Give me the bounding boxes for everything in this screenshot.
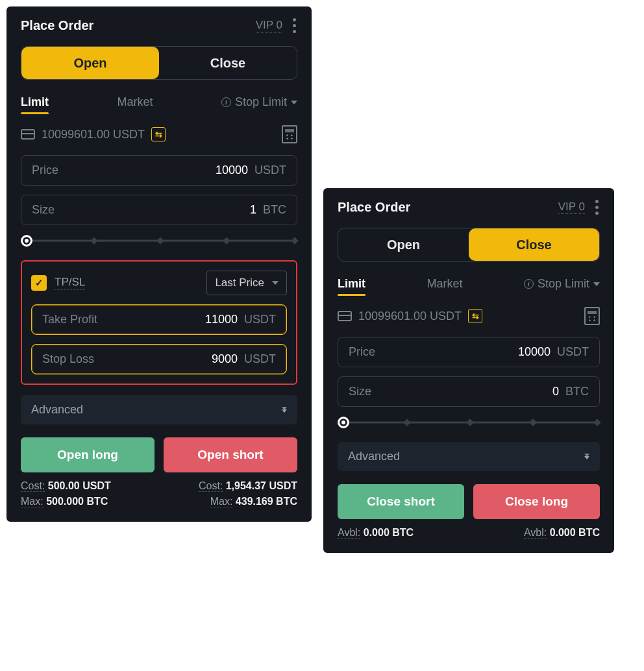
slider-tick <box>403 419 410 426</box>
slider-tick <box>291 237 298 244</box>
wallet-card-icon <box>338 311 352 321</box>
segment-close-button[interactable]: Close <box>159 47 297 79</box>
size-slider[interactable] <box>21 234 297 247</box>
info-icon: i <box>524 279 534 289</box>
tab-market[interactable]: Market <box>117 92 153 113</box>
price-unit: USDT <box>254 164 286 177</box>
action-buttons: Open long Open short <box>21 437 297 472</box>
tp-label: Take Profit <box>42 313 97 326</box>
close-short-button[interactable]: Close short <box>338 484 464 519</box>
vip-link[interactable]: VIP 0 <box>256 19 282 32</box>
slider-tick <box>156 237 164 244</box>
tab-limit[interactable]: Limit <box>21 92 49 113</box>
take-profit-field[interactable]: Take Profit 11000 USDT <box>31 304 287 335</box>
tab-stop-limit[interactable]: i Stop Limit <box>221 95 297 109</box>
slider-handle[interactable] <box>21 235 32 247</box>
info-icon: i <box>221 97 231 107</box>
max-long: 500.000 BTC <box>46 496 108 507</box>
price-field[interactable]: Price 10000 USDT <box>338 337 600 367</box>
expand-icon <box>282 407 287 413</box>
advanced-label: Advanced <box>31 403 83 417</box>
max-label-left: Max: <box>21 496 43 507</box>
close-long-button[interactable]: Close long <box>473 484 600 519</box>
sl-value: 9000 <box>94 352 238 366</box>
avbl-label-left: Avbl: <box>338 527 360 539</box>
max-row: Max: 500.000 BTC Max: 439.169 BTC <box>21 496 297 507</box>
advanced-label: Advanced <box>348 450 400 463</box>
balance-value: 10099601.00 USDT <box>358 310 462 323</box>
balance-row: 10099601.00 USDT ⇆ <box>21 125 297 143</box>
size-label: Size <box>349 385 371 398</box>
sl-unit: USDT <box>244 352 276 366</box>
slider-tick <box>223 237 230 244</box>
stop-loss-field[interactable]: Stop Loss 9000 USDT <box>31 344 287 374</box>
slider-handle[interactable] <box>338 417 349 428</box>
balance-value: 10099601.00 USDT <box>42 128 145 141</box>
vip-link[interactable]: VIP 0 <box>558 201 585 214</box>
calculator-icon[interactable] <box>282 125 297 143</box>
order-panel-open: Place Order VIP 0 Open Close Limit Marke… <box>6 6 312 522</box>
tpsl-checkbox[interactable]: ✓ <box>31 275 47 291</box>
cost-row: Cost: 500.00 USDT Cost: 1,954.37 USDT <box>21 480 297 492</box>
size-unit: BTC <box>263 203 286 217</box>
avbl-long: 0.000 BTC <box>550 527 600 538</box>
tp-value: 11000 <box>97 313 238 326</box>
cost-short: 1,954.37 USDT <box>226 480 297 491</box>
calculator-icon[interactable] <box>584 307 600 325</box>
caret-down-icon <box>291 101 297 104</box>
panel-header: Place Order VIP 0 <box>21 17 297 34</box>
price-value: 10000 <box>58 164 248 177</box>
cost-label-left: Cost: <box>21 480 45 492</box>
tab-market[interactable]: Market <box>427 273 462 295</box>
segment-close-button[interactable]: Close <box>469 228 599 261</box>
open-close-segment: Open Close <box>21 46 297 80</box>
slider-tick <box>529 419 536 426</box>
avbl-label-right: Avbl: <box>524 527 547 539</box>
price-field[interactable]: Price 10000 USDT <box>21 155 297 186</box>
expand-icon <box>584 454 589 459</box>
order-type-tabs: Limit Market i Stop Limit <box>338 273 600 295</box>
panel-header: Place Order VIP 0 <box>338 199 600 216</box>
slider-tick <box>90 237 97 244</box>
sl-label: Stop Loss <box>42 352 94 366</box>
price-unit: USDT <box>557 345 589 359</box>
tp-unit: USDT <box>244 313 276 326</box>
tpsl-label: TP/SL <box>55 276 85 290</box>
vip-area: VIP 0 <box>558 199 600 216</box>
transfer-icon[interactable]: ⇆ <box>151 127 166 141</box>
price-source-value: Last Price <box>215 276 264 289</box>
vip-area: VIP 0 <box>256 17 297 34</box>
balance-row: 10099601.00 USDT ⇆ <box>338 307 600 325</box>
transfer-icon[interactable]: ⇆ <box>468 309 482 323</box>
action-buttons: Close short Close long <box>338 484 600 519</box>
open-long-button[interactable]: Open long <box>21 437 155 472</box>
price-label: Price <box>32 164 58 177</box>
max-short: 439.169 BTC <box>236 496 297 507</box>
size-label: Size <box>32 203 55 217</box>
kebab-menu-icon[interactable] <box>291 17 297 34</box>
segment-open-button[interactable]: Open <box>21 47 159 79</box>
caret-down-icon <box>593 282 600 286</box>
open-close-segment: Open Close <box>338 228 600 262</box>
cost-long: 500.00 USDT <box>48 480 111 491</box>
tpsl-highlight-box: ✓ TP/SL Last Price Take Profit 11000 USD… <box>21 260 297 385</box>
segment-open-button[interactable]: Open <box>338 228 469 261</box>
price-source-select[interactable]: Last Price <box>206 271 287 295</box>
tab-stop-limit[interactable]: i Stop Limit <box>524 277 600 291</box>
size-value: 0 <box>371 385 559 398</box>
tab-limit[interactable]: Limit <box>338 273 365 295</box>
slider-tick <box>593 419 601 426</box>
max-label-right: Max: <box>210 496 233 507</box>
advanced-toggle[interactable]: Advanced <box>338 442 600 471</box>
kebab-menu-icon[interactable] <box>594 199 600 216</box>
avbl-short: 0.000 BTC <box>364 527 414 538</box>
size-slider[interactable] <box>338 416 600 429</box>
wallet-card-icon <box>21 129 35 140</box>
cost-label-right: Cost: <box>199 480 223 492</box>
order-panel-close: Place Order VIP 0 Open Close Limit Marke… <box>323 188 614 553</box>
advanced-toggle[interactable]: Advanced <box>21 395 297 424</box>
size-field[interactable]: Size 1 BTC <box>21 195 297 225</box>
size-field[interactable]: Size 0 BTC <box>338 376 600 407</box>
size-unit: BTC <box>565 385 589 398</box>
open-short-button[interactable]: Open short <box>164 437 297 472</box>
